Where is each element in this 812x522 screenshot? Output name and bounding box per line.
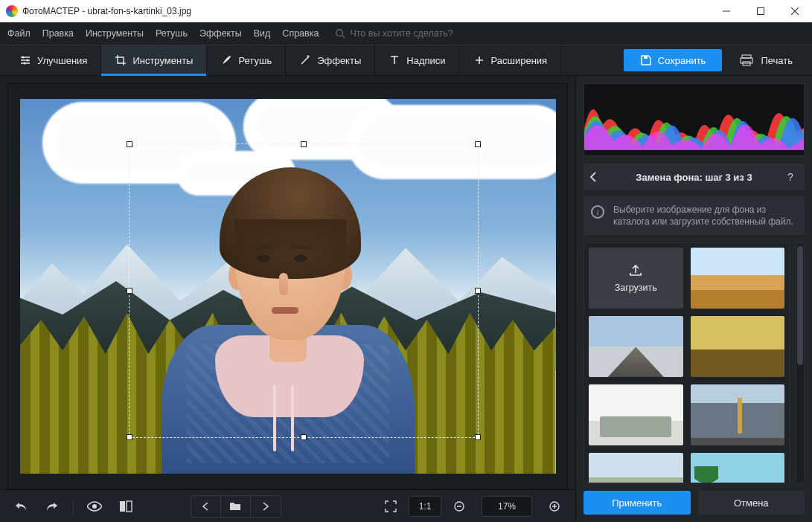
- show-original-button[interactable]: [83, 495, 106, 518]
- bg-thumb-winter-street[interactable]: [589, 316, 683, 377]
- background-gallery: Загрузить: [584, 242, 790, 483]
- wand-icon: [299, 54, 311, 66]
- tab-retouch-label: Ретушь: [238, 55, 272, 66]
- crop-handle-br[interactable]: [475, 434, 481, 440]
- cancel-button[interactable]: Отмена: [698, 491, 805, 515]
- menu-effects[interactable]: Эффекты: [199, 28, 242, 39]
- info-icon: i: [591, 205, 604, 219]
- tab-enhance-label: Улучшения: [37, 55, 87, 66]
- ribbon: Улучшения Инструменты Ретушь Эффекты Над…: [0, 45, 812, 76]
- redo-button[interactable]: [40, 495, 64, 518]
- menubar: Файл Правка Инструменты Ретушь Эффекты В…: [0, 22, 812, 45]
- command-search-placeholder: Что вы хотите сделать?: [350, 28, 453, 39]
- plus-icon: [473, 54, 485, 66]
- app-logo-icon: [6, 5, 18, 17]
- bg-thumb-city-street[interactable]: [691, 384, 785, 445]
- svg-rect-10: [120, 501, 125, 512]
- bg-thumb-european-town[interactable]: [589, 453, 683, 483]
- tab-effects[interactable]: Эффекты: [286, 45, 375, 75]
- svg-point-4: [23, 62, 25, 64]
- bg-thumb-living-room[interactable]: [589, 384, 683, 445]
- fit-screen-button[interactable]: [379, 495, 403, 518]
- tab-extensions[interactable]: Расширения: [460, 45, 562, 75]
- canvas[interactable]: [7, 83, 568, 489]
- tab-retouch[interactable]: Ретушь: [207, 45, 286, 75]
- menu-view[interactable]: Вид: [254, 28, 271, 39]
- gallery-scrollbar[interactable]: [796, 242, 805, 483]
- open-folder-button[interactable]: [221, 495, 251, 518]
- svg-rect-11: [127, 501, 132, 512]
- svg-point-3: [26, 59, 28, 61]
- crop-handle-t[interactable]: [301, 141, 307, 147]
- command-search[interactable]: Что вы хотите сделать?: [335, 28, 453, 39]
- maximize-button[interactable]: [744, 0, 778, 22]
- upload-icon: [628, 263, 643, 277]
- crop-handle-r[interactable]: [475, 288, 481, 294]
- tab-text-label: Надписи: [406, 55, 445, 66]
- compare-button[interactable]: [114, 495, 138, 518]
- upload-background-button[interactable]: Загрузить: [589, 248, 683, 309]
- file-nav-group: [191, 495, 281, 518]
- bg-thumb-desert[interactable]: [691, 248, 785, 309]
- menu-edit[interactable]: Правка: [42, 28, 74, 39]
- prev-image-button[interactable]: [191, 495, 221, 518]
- print-button[interactable]: Печать: [726, 45, 806, 75]
- crop-handle-b[interactable]: [301, 434, 307, 440]
- sliders-icon: [19, 54, 31, 66]
- menu-help[interactable]: Справка: [282, 28, 319, 39]
- window-titlebar: ФотоМАСТЕР - ubrat-fon-s-kartinki_03.jpg: [0, 0, 812, 22]
- crop-icon: [115, 54, 127, 66]
- panel-header: Замена фона: шаг 3 из 3 ?: [584, 164, 805, 190]
- gallery-scrollbar-thumb[interactable]: [797, 246, 803, 365]
- tab-tools-label: Инструменты: [132, 55, 193, 66]
- side-panel: Замена фона: шаг 3 из 3 ? i Выберите изо…: [575, 76, 812, 522]
- brush-icon: [220, 54, 232, 66]
- panel-hint: i Выберите изображение для фона из катал…: [584, 196, 805, 235]
- bg-thumb-autumn-forest[interactable]: [691, 316, 785, 377]
- crop-handle-bl[interactable]: [127, 434, 132, 440]
- text-icon: [389, 54, 400, 66]
- actual-size-button[interactable]: 1:1: [409, 496, 441, 517]
- save-button-label: Сохранить: [658, 55, 706, 66]
- close-button[interactable]: [778, 0, 812, 22]
- app-title: ФотоМАСТЕР - ubrat-fon-s-kartinki_03.jpg: [22, 6, 191, 16]
- svg-rect-0: [758, 8, 764, 15]
- zoom-out-button[interactable]: [447, 495, 471, 518]
- svg-point-9: [92, 504, 97, 509]
- viewer-toolbar: 1:1 17%: [0, 489, 575, 522]
- menu-file[interactable]: Файл: [7, 28, 31, 39]
- menu-tools[interactable]: Инструменты: [86, 28, 144, 39]
- zoom-value[interactable]: 17%: [482, 496, 532, 517]
- crop-handle-tr[interactable]: [475, 141, 481, 147]
- undo-button[interactable]: [9, 495, 33, 518]
- tab-effects-label: Эффекты: [317, 55, 361, 66]
- upload-background-label: Загрузить: [615, 283, 657, 293]
- minimize-button[interactable]: [709, 0, 744, 22]
- crop-handle-tl[interactable]: [127, 141, 132, 147]
- zoom-in-button[interactable]: [543, 495, 566, 518]
- apply-button[interactable]: Применить: [584, 491, 691, 515]
- panel-title: Замена фона: шаг 3 из 3: [606, 172, 782, 183]
- save-button[interactable]: Сохранить: [624, 49, 723, 71]
- tab-extensions-label: Расширения: [491, 55, 548, 66]
- next-image-button[interactable]: [251, 495, 281, 518]
- svg-rect-7: [741, 58, 752, 63]
- panel-hint-text: Выберите изображение для фона из каталог…: [613, 204, 793, 227]
- svg-point-1: [336, 30, 343, 36]
- tab-text[interactable]: Надписи: [375, 45, 459, 75]
- save-icon: [640, 54, 652, 66]
- crop-marquee[interactable]: [129, 144, 479, 438]
- svg-rect-5: [644, 56, 648, 59]
- histogram: [584, 83, 805, 156]
- panel-help-button[interactable]: ?: [782, 171, 799, 183]
- print-button-label: Печать: [761, 55, 793, 66]
- crop-handle-l[interactable]: [127, 288, 132, 294]
- panel-back-button[interactable]: [589, 172, 606, 182]
- tab-tools[interactable]: Инструменты: [101, 45, 207, 75]
- menu-retouch[interactable]: Ретушь: [156, 28, 188, 39]
- tab-enhance[interactable]: Улучшения: [6, 45, 101, 75]
- svg-point-2: [22, 56, 24, 58]
- svg-rect-6: [742, 55, 751, 58]
- bg-thumb-tropical-beach[interactable]: [691, 453, 785, 483]
- image-preview: [20, 99, 556, 474]
